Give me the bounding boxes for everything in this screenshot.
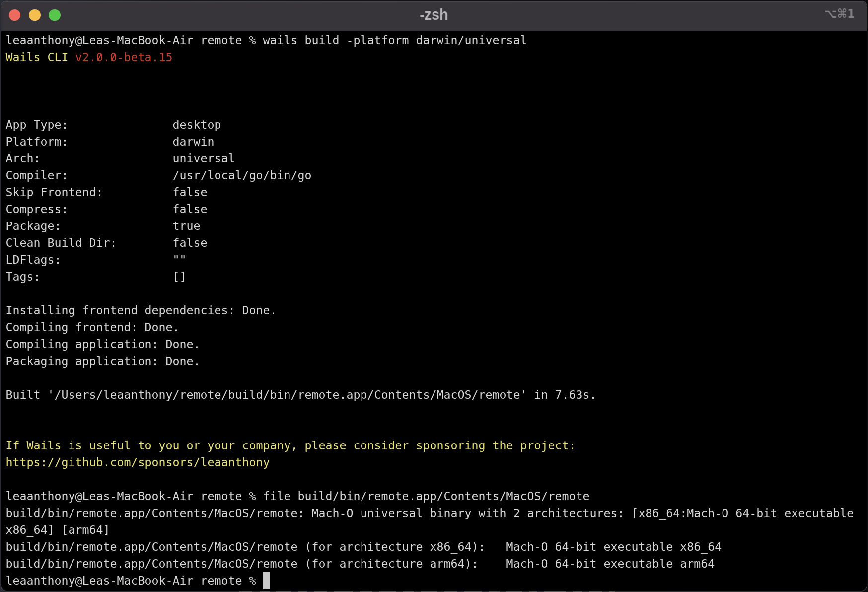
terminal-line-19: Packaging application: Done. [6, 352, 867, 369]
slashed-zero: 0 [110, 50, 117, 63]
terminal-line-32: leaanthony@Leas-MacBook-Air remote % [6, 572, 867, 589]
terminal-cursor [263, 572, 270, 589]
text-segment: Wails CLI [6, 50, 75, 63]
terminal-line-12: Clean Build Dir: false [6, 234, 867, 251]
terminal-line-0: leaanthony@Leas-MacBook-Air remote % wai… [6, 31, 867, 48]
text-segment: build/bin/remote.app/Contents/MacOS/remo… [6, 539, 722, 553]
terminal-line-8: Compiler: /usr/local/go/bin/go [6, 166, 867, 183]
close-button[interactable] [9, 9, 21, 21]
terminal-line-4 [6, 99, 867, 116]
terminal-line-24: If Wails is useful to you or your compan… [6, 437, 867, 453]
text-segment: Built '/Users/leaanthony/remote/build/bi… [6, 387, 597, 401]
text-segment: Clean Build Dir: false [6, 235, 208, 249]
window-title: -zsh [27, 1, 840, 29]
text-segment: Tags: [] [6, 269, 187, 283]
window-shortcut-badge: ⌥⌘1 [824, 1, 855, 29]
terminal-line-13: LDFlags: "" [6, 251, 867, 268]
text-segment: leaanthony@Leas-MacBook-Air remote % fil… [6, 489, 590, 502]
text-segment: v2.0.0-beta.15 [75, 50, 173, 63]
text-segment: x86_64] [arm64] [6, 522, 110, 536]
text-segment: leaanthony@Leas-MacBook-Air remote % wai… [6, 33, 527, 46]
terminal-line-25: https://github.com/sponsors/leaanthony [6, 453, 867, 470]
terminal-output[interactable]: leaanthony@Leas-MacBook-Air remote % wai… [1, 31, 867, 591]
text-segment: build/bin/remote.app/Contents/MacOS/remo… [6, 556, 715, 570]
text-segment: If Wails is useful to you or your compan… [6, 438, 576, 451]
terminal-line-17: Compiling frontend: Done. [6, 318, 867, 335]
terminal-line-10: Compress: false [6, 200, 867, 217]
text-segment: Package: true [6, 219, 201, 232]
text-segment: leaanthony@Leas-MacBook-Air remote % [6, 573, 263, 587]
terminal-line-11: Package: true [6, 217, 867, 234]
terminal-line-5: App Type: desktop [6, 116, 867, 133]
terminal-line-22 [6, 403, 867, 420]
terminal-line-18: Compiling application: Done. [6, 335, 867, 352]
text-segment: Compress: false [6, 202, 208, 215]
terminal-line-3 [6, 82, 867, 99]
terminal-line-23 [6, 420, 867, 437]
terminal-line-6: Platform: darwin [6, 133, 867, 149]
title-bar[interactable]: -zsh ⌥⌘1 [1, 1, 867, 31]
terminal-line-26 [6, 470, 867, 487]
terminal-line-1: Wails CLI v2.0.0-beta.15 [6, 48, 867, 65]
terminal-line-7: Arch: universal [6, 149, 867, 166]
text-segment: Compiler: /usr/local/go/bin/go [6, 168, 312, 181]
text-segment: Packaging application: Done. [6, 354, 201, 367]
terminal-line-30: build/bin/remote.app/Contents/MacOS/remo… [6, 538, 867, 555]
text-segment: App Type: desktop [6, 117, 221, 131]
slashed-zero: 0 [96, 50, 103, 63]
terminal-line-27: leaanthony@Leas-MacBook-Air remote % fil… [6, 487, 867, 504]
text-segment: build/bin/remote.app/Contents/MacOS/remo… [6, 506, 854, 519]
text-segment: Skip Frontend: false [6, 185, 208, 198]
terminal-line-31: build/bin/remote.app/Contents/MacOS/remo… [6, 555, 867, 572]
terminal-line-16: Installing frontend dependencies: Done. [6, 301, 867, 318]
terminal-line-15 [6, 285, 867, 301]
terminal-window: -zsh ⌥⌘1 leaanthony@Leas-MacBook-Air rem… [1, 1, 867, 592]
terminal-line-28: build/bin/remote.app/Contents/MacOS/remo… [6, 504, 867, 521]
text-segment: LDFlags: "" [6, 252, 187, 266]
terminal-line-29: x86_64] [arm64] [6, 521, 867, 538]
text-segment: Installing frontend dependencies: Done. [6, 303, 277, 316]
text-segment: Compiling application: Done. [6, 337, 201, 350]
terminal-line-14: Tags: [] [6, 268, 867, 285]
text-segment: Compiling frontend: Done. [6, 320, 180, 333]
terminal-line-21: Built '/Users/leaanthony/remote/build/bi… [6, 386, 867, 403]
text-segment: Platform: darwin [6, 134, 215, 148]
terminal-line-20 [6, 369, 867, 386]
terminal-line-2 [6, 65, 867, 82]
text-segment: https://github.com/sponsors/leaanthony [6, 455, 270, 468]
text-segment: Arch: universal [6, 151, 235, 164]
terminal-line-9: Skip Frontend: false [6, 183, 867, 200]
